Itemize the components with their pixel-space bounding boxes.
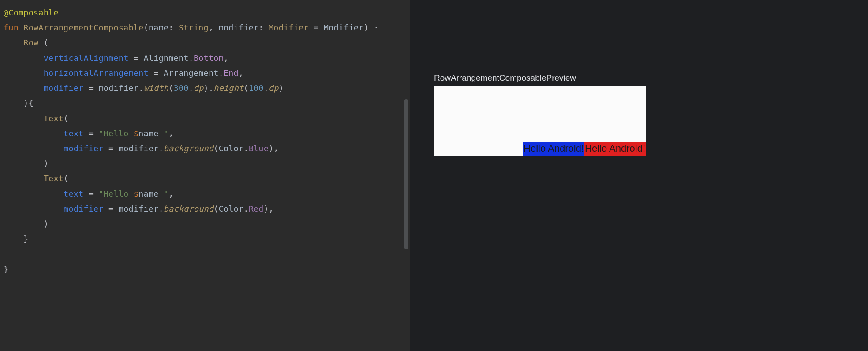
- code-line-row-open: Row (: [4, 35, 407, 50]
- code-line-fun-close: }: [4, 262, 407, 277]
- code-line-text2-text: text = "Hello $name!",: [4, 187, 407, 202]
- code-line-harr: horizontalArrangement = Arrangement.End,: [4, 66, 407, 81]
- code-line-text2-mod: modifier = modifier.background(Color.Red…: [4, 202, 407, 217]
- code-line-row-brace: ){: [4, 96, 407, 111]
- code-line-text1-mod: modifier = modifier.background(Color.Blu…: [4, 141, 407, 156]
- editor-scrollbar[interactable]: [404, 99, 408, 249]
- code-line-row-close: }: [4, 232, 407, 246]
- code-line-text1-open: Text(: [4, 111, 407, 126]
- code-editor-pane[interactable]: @Composable fun RowArrangementComposable…: [0, 0, 410, 351]
- code-line-text2-open: Text(: [4, 171, 407, 186]
- code-line-fun-decl: fun RowArrangementComposable(name: Strin…: [4, 20, 407, 35]
- compose-preview-pane[interactable]: RowArrangementComposablePreview Hello An…: [411, 0, 868, 351]
- code-line-blank: [4, 247, 407, 262]
- code-line-text1-close: ): [4, 156, 407, 171]
- preview-text-blue: Hello Android!: [523, 142, 584, 156]
- code-line-modifier: modifier = modifier.width(300.dp).height…: [4, 81, 407, 96]
- code-line-text1-text: text = "Hello $name!",: [4, 126, 407, 141]
- code-line-valign: verticalAlignment = Alignment.Bottom,: [4, 51, 407, 66]
- preview-text-red: Hello Android!: [584, 142, 646, 156]
- code-line-text2-close: ): [4, 217, 407, 232]
- code-line-annotation: @Composable: [4, 5, 407, 20]
- preview-canvas: Hello Android! Hello Android!: [434, 86, 646, 156]
- preview-title: RowArrangementComposablePreview: [434, 73, 576, 83]
